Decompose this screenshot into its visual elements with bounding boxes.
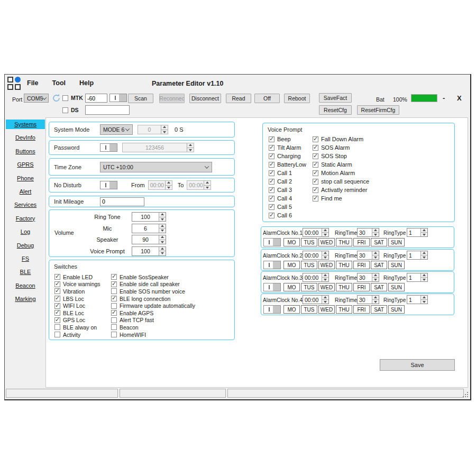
save-button[interactable]: Save — [380, 359, 455, 371]
day-button[interactable]: FRI — [353, 283, 370, 291]
spinner-arrows-icon[interactable] — [159, 224, 166, 233]
day-button[interactable]: FRI — [353, 238, 370, 246]
switch-checkbox[interactable]: Enable SOS number voice — [111, 288, 195, 295]
time-zone-select[interactable]: UTC +10:00 — [100, 162, 212, 172]
menu-item[interactable]: Help — [79, 79, 94, 87]
alarm-time-spinner[interactable]: 00:00 — [303, 295, 329, 304]
sidebar-item[interactable]: Factory — [6, 214, 45, 223]
mtk-checkbox[interactable]: MTK — [62, 95, 83, 101]
voice-prompt-checkbox[interactable]: Charging — [269, 152, 306, 160]
menu-item[interactable]: File — [27, 79, 39, 87]
switch-checkbox[interactable]: BLE long connection — [111, 295, 195, 303]
sidebar-item[interactable]: Marking — [6, 294, 45, 304]
menu-item[interactable]: Tool — [52, 79, 66, 87]
ring-time-spinner[interactable]: 30 — [357, 273, 379, 282]
spinner-arrows-icon[interactable] — [159, 247, 166, 255]
day-button[interactable]: FRI — [353, 261, 370, 269]
alarm-toggle[interactable] — [263, 283, 281, 291]
day-button[interactable]: WED — [318, 305, 335, 314]
day-button[interactable]: WED — [318, 261, 335, 269]
switch-checkbox[interactable]: Beacon — [111, 324, 195, 331]
switch-checkbox[interactable]: Voice warnings — [54, 281, 100, 288]
switch-checkbox[interactable]: HomeWIFI — [111, 331, 195, 338]
day-button[interactable]: THU — [336, 261, 352, 269]
day-button[interactable]: WED — [318, 283, 335, 291]
sidebar-item[interactable]: Phone — [6, 173, 45, 183]
voice-prompt-checkbox[interactable]: Find me — [313, 194, 369, 203]
spinner-arrows-icon[interactable] — [372, 296, 379, 304]
sidebar-item[interactable]: Log — [6, 227, 45, 236]
sidebar-item[interactable]: DevInfo — [6, 133, 45, 142]
ring-time-spinner[interactable]: 30 — [357, 295, 379, 304]
ring-time-spinner[interactable]: 30 — [357, 251, 379, 260]
day-button[interactable]: TUS — [301, 305, 317, 314]
switch-checkbox[interactable]: Activity — [54, 331, 100, 338]
spinner-arrows-icon[interactable] — [159, 213, 166, 221]
day-button[interactable]: MO — [283, 305, 300, 314]
voice-prompt-checkbox[interactable]: Call 3 — [269, 186, 306, 194]
system-mode-select[interactable]: MODE 6 — [100, 124, 133, 135]
alarm-time-spinner[interactable]: 00:00 — [303, 228, 329, 237]
alarm-time-spinner[interactable]: 00:00 — [303, 251, 329, 260]
switch-checkbox[interactable]: Enable AGPS — [111, 309, 195, 317]
spinner-arrows-icon[interactable] — [420, 251, 427, 259]
sidebar-item[interactable]: GPRS — [6, 160, 45, 169]
rssi-input[interactable] — [85, 94, 107, 103]
day-button[interactable]: SAT — [371, 305, 387, 314]
switch-checkbox[interactable]: Enable SosSpeaker — [111, 273, 195, 281]
read-button[interactable]: Read — [226, 94, 251, 103]
reset-cfg-button[interactable]: ResetCfg — [319, 105, 352, 115]
switch-checkbox[interactable]: WIFI Loc — [54, 302, 100, 309]
scan-button[interactable]: Scan — [128, 94, 153, 103]
port-toggle[interactable] — [109, 94, 127, 102]
voice-prompt-checkbox[interactable]: SOS Alarm — [313, 143, 369, 152]
alarm-toggle[interactable] — [263, 261, 281, 269]
voice-prompt-checkbox[interactable]: Call 1 — [269, 169, 306, 177]
day-button[interactable]: SUN — [388, 238, 405, 246]
alarm-toggle[interactable] — [263, 238, 281, 246]
day-button[interactable]: MO — [283, 261, 300, 269]
voice-prompt-checkbox[interactable]: Call 2 — [269, 177, 306, 186]
voice-prompt-checkbox[interactable]: SOS Stop — [313, 152, 369, 160]
day-button[interactable]: SUN — [388, 305, 405, 314]
day-button[interactable]: THU — [336, 305, 352, 314]
minimize-button[interactable]: - — [443, 94, 445, 102]
sidebar-item[interactable]: FS — [6, 254, 45, 263]
spinner-arrows-icon[interactable] — [420, 273, 427, 281]
switch-checkbox[interactable]: LBS Loc — [54, 295, 100, 303]
day-button[interactable]: THU — [336, 238, 352, 246]
voice-prompt-checkbox[interactable]: Call 5 — [269, 203, 306, 211]
volume-spinner[interactable]: 100 — [132, 246, 166, 256]
day-button[interactable]: MO — [283, 238, 300, 246]
switch-checkbox[interactable]: Enable LED — [54, 273, 100, 281]
voice-prompt-checkbox[interactable]: Activatly reminder — [313, 186, 369, 194]
voice-prompt-checkbox[interactable]: Motion Alarm — [313, 169, 369, 177]
sidebar-item[interactable]: Systems — [6, 120, 45, 129]
voice-prompt-checkbox[interactable]: Tilt Alarm — [269, 143, 306, 152]
day-button[interactable]: SAT — [371, 238, 387, 246]
sidebar-item[interactable]: Alert — [6, 187, 45, 196]
sidebar-item[interactable]: BLE — [6, 267, 45, 277]
refresh-icon[interactable] — [51, 93, 61, 103]
ds-input[interactable] — [85, 105, 130, 115]
password-toggle[interactable] — [100, 143, 117, 152]
day-button[interactable]: TUS — [301, 261, 317, 269]
reboot-button[interactable]: Reboot — [284, 94, 310, 103]
voice-prompt-checkbox[interactable]: stop call sequence — [313, 177, 369, 186]
sidebar-item[interactable]: Debug — [6, 241, 45, 250]
init-mileage-input[interactable] — [100, 197, 144, 206]
close-button[interactable]: X — [457, 94, 462, 102]
sidebar-item[interactable]: Beacon — [6, 281, 45, 290]
day-button[interactable]: WED — [318, 238, 335, 246]
switch-checkbox[interactable]: Alert TCP fast — [111, 317, 195, 324]
spinner-arrows-icon[interactable] — [420, 296, 427, 304]
voice-prompt-checkbox[interactable]: Call 6 — [269, 211, 306, 219]
spinner-arrows-icon[interactable] — [322, 296, 328, 304]
reset-firm-cfg-button[interactable]: ResetFirmCfg — [357, 105, 399, 115]
switch-checkbox[interactable]: GPS Loc — [54, 317, 100, 324]
day-button[interactable]: THU — [336, 283, 352, 291]
day-button[interactable]: SAT — [371, 283, 387, 291]
switch-checkbox[interactable]: Firmware update automatically — [111, 302, 195, 309]
day-button[interactable]: TUS — [301, 238, 317, 246]
volume-spinner[interactable]: 100 — [132, 212, 166, 222]
